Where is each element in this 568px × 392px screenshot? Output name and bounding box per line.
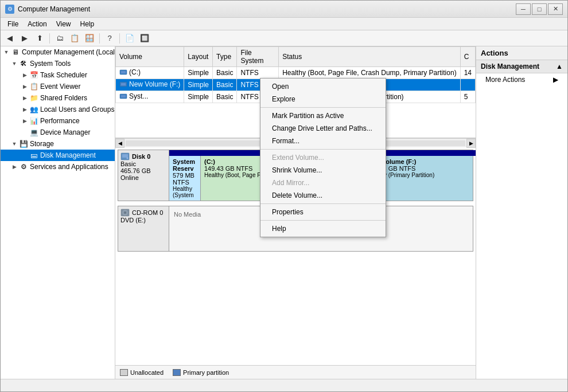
actions-more[interactable]: More Actions ▶ [476, 73, 567, 86]
sidebar-root[interactable]: ▼ 🖥 Computer Management (Local [1, 46, 115, 58]
actions-more-arrow: ▶ [553, 76, 558, 84]
cdrom-name: CD-ROM 0 [132, 209, 163, 216]
back-button[interactable]: ◀ [3, 32, 17, 45]
app-icon: ⚙ [5, 5, 14, 14]
show-hide-button[interactable]: 🗂 [53, 32, 67, 45]
partition-system-reserve[interactable]: System Reserv 579 MB NTFS Healthy (Syste… [169, 156, 201, 201]
cell-c: 14 [460, 67, 475, 79]
svg-rect-1 [121, 71, 126, 73]
menu-bar: File Action View Help [1, 18, 567, 30]
scroll-right-btn[interactable]: ▶ [466, 139, 476, 148]
ctx-sep-1 [260, 107, 386, 108]
performance-arrow: ▶ [20, 116, 29, 126]
sidebar-item-shared-folders[interactable]: ▶ 📁 Shared Folders [1, 92, 115, 104]
legend-primary-label: Primary partition [183, 369, 229, 376]
local-users-icon: 👥 [29, 105, 38, 114]
system-tools-arrow: ▼ [10, 59, 19, 68]
actions-panel: Actions Disk Management ▲ More Actions ▶ [476, 46, 567, 379]
sidebar-item-local-users[interactable]: ▶ 👥 Local Users and Groups [1, 104, 115, 115]
event-viewer-label: Event Viewer [40, 83, 80, 91]
actions-section[interactable]: Disk Management ▲ [476, 60, 567, 73]
new-window-button[interactable]: 🪟 [83, 32, 96, 45]
context-menu: Open Explore Mark Partition as Active Ch… [260, 78, 386, 237]
properties-button[interactable]: 📋 [68, 32, 81, 45]
col-status[interactable]: Status [279, 47, 460, 67]
ctx-shrink[interactable]: Shrink Volume... [260, 164, 386, 177]
close-button[interactable]: ✕ [548, 3, 563, 15]
cdrom-label: CD-ROM 0 DVD (E:) [118, 206, 169, 252]
sidebar-item-device-manager[interactable]: ▶ 💻 Device Manager [1, 127, 115, 138]
actions-section-label: Disk Management [481, 62, 539, 70]
disk-svg-new [119, 81, 127, 88]
disk-svg [119, 69, 127, 76]
ctx-open[interactable]: Open [260, 80, 386, 93]
menu-help[interactable]: Help [76, 19, 99, 29]
disk0-icon [120, 152, 130, 160]
ctx-format[interactable]: Format... [260, 135, 386, 147]
col-type[interactable]: Type [213, 47, 237, 67]
status-bar [1, 379, 567, 391]
partition-sys-size: 579 MB NTFS [173, 172, 197, 186]
cell-fs: NTFS [237, 67, 279, 79]
ctx-mark-active[interactable]: Mark Partition as Active [260, 109, 386, 122]
table-row[interactable]: (C:) Simple Basic NTFS Healthy (Boot, Pa… [116, 67, 476, 79]
local-users-arrow: ▶ [20, 105, 29, 114]
performance-label: Performance [40, 117, 80, 125]
main-window: ⚙ Computer Management ─ □ ✕ File Action … [0, 0, 568, 392]
up-button[interactable]: ⬆ [33, 32, 46, 45]
ctx-help[interactable]: Help [260, 222, 386, 235]
sidebar-item-task-scheduler[interactable]: ▶ 📅 Task Scheduler [1, 69, 115, 81]
disk0-type: Basic [120, 160, 166, 167]
menu-file[interactable]: File [3, 19, 23, 29]
ctx-explore[interactable]: Explore [260, 93, 386, 105]
sidebar-item-performance[interactable]: ▶ 📊 Performance [1, 115, 115, 127]
help-button[interactable]: ? [103, 32, 116, 45]
sidebar-item-system-tools[interactable]: ▼ 🛠 System Tools [1, 58, 115, 69]
task-scheduler-label: Task Scheduler [40, 71, 87, 79]
system-tools-label: System Tools [30, 60, 71, 68]
partition-sys-status: Healthy (System [173, 186, 197, 198]
actions-section-arrow: ▲ [556, 62, 563, 70]
sidebar-item-services[interactable]: ▶ ⚙ Services and Applications [1, 161, 115, 173]
menu-view[interactable]: View [52, 19, 76, 29]
local-users-label: Local Users and Groups [40, 105, 114, 113]
sidebar: ▼ 🖥 Computer Management (Local ▼ 🛠 Syste… [1, 46, 115, 379]
toolbar: ◀ ▶ ⬆ 🗂 📋 🪟 ? 📄 🔲 [1, 30, 567, 46]
cdrom-status: No Media [174, 211, 201, 218]
actions-header: Actions [476, 46, 567, 60]
sidebar-item-storage[interactable]: ▼ 💾 Storage [1, 138, 115, 150]
root-icon: 🖥 [11, 48, 20, 57]
export-button[interactable]: 📄 [123, 32, 137, 45]
sidebar-item-disk-management[interactable]: ▶ 🖴 Disk Management [1, 150, 115, 161]
ctx-change-drive[interactable]: Change Drive Letter and Paths... [260, 122, 386, 135]
col-c[interactable]: C [460, 47, 475, 67]
cell-type-new: Basic [213, 79, 237, 91]
device-manager-label: Device Manager [40, 128, 90, 136]
svg-rect-5 [121, 95, 126, 97]
svg-point-8 [127, 158, 129, 159]
disk-mgmt-icon: 🖴 [29, 151, 38, 160]
svg-rect-7 [122, 154, 128, 158]
ctx-properties[interactable]: Properties [260, 206, 386, 218]
cell-status: Healthy (Boot, Page File, Crash Dump, Pr… [279, 67, 460, 79]
ctx-sep-4 [260, 220, 386, 221]
actions-more-label: More Actions [485, 76, 525, 84]
minimize-button[interactable]: ─ [516, 3, 531, 15]
toolbar-sep-1 [49, 33, 50, 44]
sidebar-item-event-viewer[interactable]: ▶ 📋 Event Viewer [1, 81, 115, 92]
col-volume[interactable]: Volume [116, 47, 184, 67]
cell-volume: (C:) [116, 67, 184, 79]
col-filesystem[interactable]: File System [237, 47, 279, 67]
menu-action[interactable]: Action [23, 19, 51, 29]
cell-layout: Simple [184, 67, 213, 79]
legend-bar: Unallocated Primary partition [115, 365, 476, 379]
view-button[interactable]: 🔲 [138, 32, 151, 45]
col-layout[interactable]: Layout [184, 47, 213, 67]
ctx-delete[interactable]: Delete Volume... [260, 189, 386, 202]
svg-rect-3 [121, 83, 126, 85]
maximize-button[interactable]: □ [532, 3, 547, 15]
scroll-left-btn[interactable]: ◀ [115, 139, 125, 148]
root-label: Computer Management (Local [22, 48, 115, 56]
event-viewer-icon: 📋 [29, 82, 38, 91]
forward-button[interactable]: ▶ [18, 32, 32, 45]
